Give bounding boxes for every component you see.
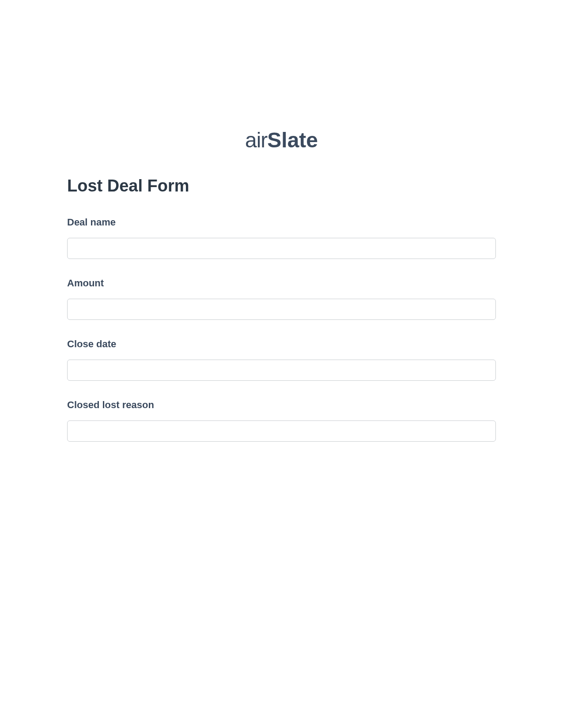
label-closed-lost-reason: Closed lost reason xyxy=(67,399,496,411)
field-close-date: Close date xyxy=(67,338,496,381)
logo-wrap: airSlate xyxy=(0,128,563,152)
field-amount: Amount xyxy=(67,278,496,320)
logo-part-slate: Slate xyxy=(267,128,318,152)
label-amount: Amount xyxy=(67,278,496,289)
input-closed-lost-reason[interactable] xyxy=(67,420,496,442)
label-deal-name: Deal name xyxy=(67,217,496,228)
field-deal-name: Deal name xyxy=(67,217,496,259)
page-container: airSlate Lost Deal Form Deal name Amount… xyxy=(0,0,563,442)
input-close-date[interactable] xyxy=(67,360,496,381)
input-deal-name[interactable] xyxy=(67,238,496,259)
input-amount[interactable] xyxy=(67,299,496,320)
field-closed-lost-reason: Closed lost reason xyxy=(67,399,496,442)
label-close-date: Close date xyxy=(67,338,496,350)
airslate-logo: airSlate xyxy=(245,128,318,152)
form-area: Lost Deal Form Deal name Amount Close da… xyxy=(0,176,563,442)
form-title: Lost Deal Form xyxy=(67,176,496,195)
logo-part-air: air xyxy=(245,128,267,152)
